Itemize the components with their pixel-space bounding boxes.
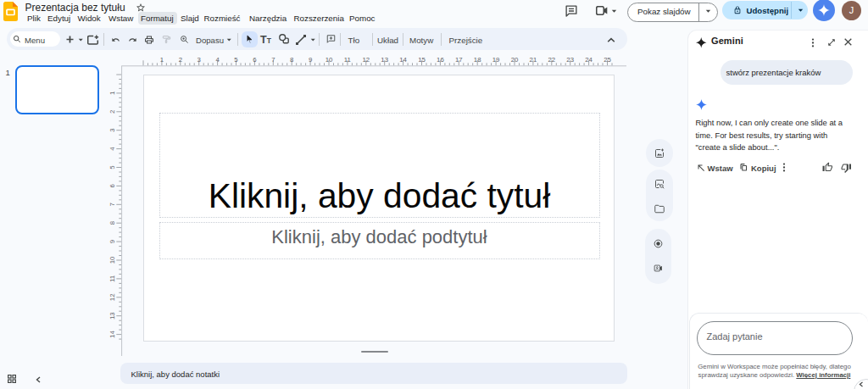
svg-text:5: 5 — [234, 56, 238, 64]
svg-text:2: 2 — [179, 56, 182, 64]
svg-text:14: 14 — [399, 56, 407, 64]
svg-text:10: 10 — [326, 56, 333, 64]
svg-text:4: 4 — [215, 56, 220, 64]
svg-text:14: 14 — [108, 331, 116, 338]
svg-text:9: 9 — [309, 56, 312, 64]
svg-text:5: 5 — [108, 165, 116, 169]
svg-text:17: 17 — [455, 56, 463, 64]
svg-text:12: 12 — [108, 293, 116, 301]
svg-text:24: 24 — [585, 56, 593, 64]
svg-text:12: 12 — [362, 56, 370, 64]
svg-text:2: 2 — [108, 110, 116, 114]
svg-text:21: 21 — [530, 56, 537, 64]
svg-text:11: 11 — [108, 275, 116, 282]
svg-text:7: 7 — [271, 56, 275, 64]
svg-text:13: 13 — [381, 56, 388, 64]
svg-text:18: 18 — [474, 56, 481, 64]
svg-text:10: 10 — [108, 256, 116, 264]
svg-text:1: 1 — [108, 92, 116, 95]
svg-text:13: 13 — [108, 312, 116, 320]
svg-text:6: 6 — [253, 56, 256, 64]
svg-text:23: 23 — [566, 56, 574, 64]
svg-text:9: 9 — [108, 240, 116, 243]
svg-text:22: 22 — [548, 56, 555, 64]
svg-text:3: 3 — [198, 56, 201, 64]
svg-text:1: 1 — [160, 56, 164, 64]
svg-text:11: 11 — [344, 56, 351, 64]
svg-text:25: 25 — [604, 56, 611, 64]
svg-text:4: 4 — [108, 147, 116, 151]
svg-text:16: 16 — [437, 56, 444, 64]
svg-text:8: 8 — [108, 221, 116, 225]
svg-text:15: 15 — [418, 56, 426, 64]
svg-text:3: 3 — [108, 129, 116, 132]
svg-text:8: 8 — [290, 56, 293, 64]
svg-text:19: 19 — [492, 56, 500, 64]
svg-text:20: 20 — [511, 56, 519, 64]
svg-text:6: 6 — [108, 184, 116, 187]
svg-text:7: 7 — [108, 203, 116, 206]
